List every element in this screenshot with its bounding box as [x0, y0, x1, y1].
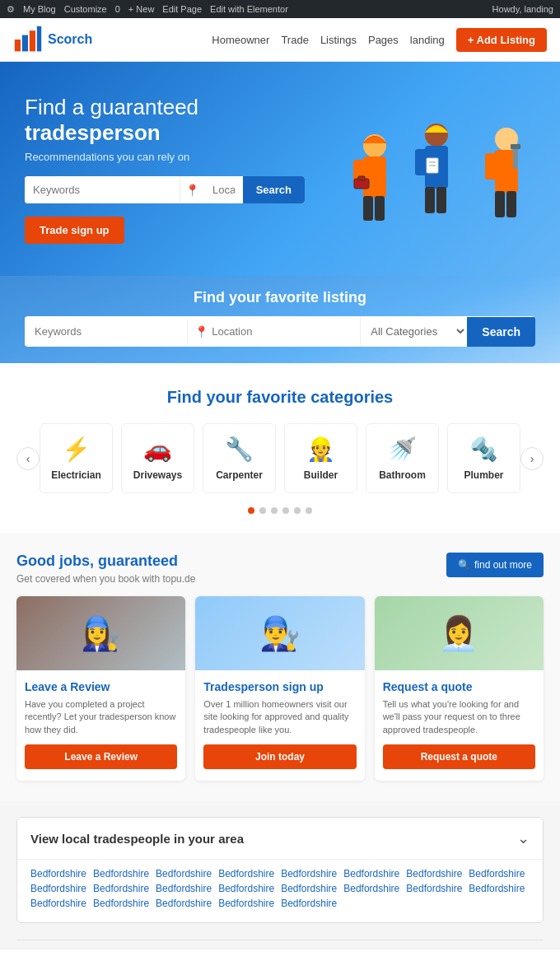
location-link[interactable]: Bedfordshire — [156, 883, 212, 894]
hero-heading-line1: Find a guaranteed — [25, 95, 198, 119]
location-link[interactable]: Bedfordshire — [469, 883, 525, 894]
svg-rect-23 — [485, 153, 497, 180]
location-link[interactable]: Bedfordshire — [218, 868, 274, 879]
location-link[interactable]: Bedfordshire — [93, 883, 149, 894]
category-label: Builder — [293, 469, 348, 481]
category-card-builder[interactable]: 👷Builder — [284, 423, 357, 493]
admin-wp-icon: ⚙ — [7, 4, 15, 15]
slider-dot-0[interactable] — [248, 507, 254, 514]
action-card-image-quote: 👩‍💼 — [375, 596, 544, 670]
slider-next-button[interactable]: › — [520, 447, 544, 470]
location-link[interactable]: Bedfordshire — [406, 883, 462, 894]
category-icon: 🔧 — [212, 436, 267, 463]
slider-dot-2[interactable] — [271, 507, 278, 514]
action-card-img-placeholder: 👩‍💼 — [375, 596, 544, 670]
logo[interactable]: Scorch — [13, 25, 92, 54]
chevron-up-icon: ⌄ — [517, 829, 530, 847]
slider-dot-4[interactable] — [294, 507, 301, 514]
location-link[interactable]: Bedfordshire — [406, 868, 462, 879]
admin-new[interactable]: + New — [128, 4, 155, 14]
hero-content: Find a guaranteed tradesperson Recommend… — [25, 95, 305, 244]
location-link[interactable]: Bedfordshire — [281, 898, 337, 909]
location-link[interactable]: Bedfordshire — [281, 868, 337, 879]
category-card-driveways[interactable]: 🚗Driveways — [121, 423, 194, 493]
slider-dots — [16, 503, 544, 516]
location-link[interactable]: Bedfordshire — [30, 898, 86, 909]
location-links: BedfordshireBedfordshireBedfordshireBedf… — [30, 868, 530, 909]
action-card-button-quote[interactable]: Request a quote — [383, 744, 535, 769]
categories-heading: Find your favorite categories — [16, 388, 544, 407]
nav-listings[interactable]: Listings — [320, 34, 357, 46]
admin-customize[interactable]: Customize — [64, 4, 107, 14]
nav-pages[interactable]: Pages — [368, 34, 399, 46]
slider-dot-3[interactable] — [282, 507, 289, 514]
category-card-electrician[interactable]: ⚡Electrician — [40, 423, 113, 493]
categories-section: Find your favorite categories ‹ ⚡Electri… — [0, 363, 560, 533]
guarantee-section: Good jobs, guaranteed Get covered when y… — [0, 533, 560, 800]
action-card-button-signup[interactable]: Join today — [203, 744, 356, 769]
slider-dot-1[interactable] — [259, 507, 266, 514]
bottom-search-bar: 📍 All Categories Search — [25, 316, 535, 347]
guarantee-header: Good jobs, guaranteed Get covered when y… — [16, 553, 544, 585]
admin-edit-elementor[interactable]: Edit with Elementor — [210, 4, 288, 14]
bottom-search-button[interactable]: Search — [467, 317, 535, 347]
bottom-category-select[interactable]: All Categories — [360, 316, 467, 347]
location-link[interactable]: Bedfordshire — [30, 868, 86, 879]
location-link[interactable]: Bedfordshire — [218, 883, 274, 894]
svg-rect-7 — [375, 160, 386, 184]
hero-keywords-input[interactable] — [25, 176, 180, 203]
location-link[interactable]: Bedfordshire — [343, 868, 399, 879]
action-card-desc: Over 1 million homeowners visit our site… — [203, 698, 356, 736]
svg-rect-26 — [506, 191, 516, 217]
action-card-desc: Have you completed a project recently? L… — [25, 698, 177, 736]
hero-search-button[interactable]: Search — [243, 176, 305, 203]
bottom-location-input[interactable] — [208, 317, 353, 346]
location-link[interactable]: Bedfordshire — [156, 898, 212, 909]
location-link[interactable]: Bedfordshire — [156, 868, 212, 879]
location-link[interactable]: Bedfordshire — [218, 898, 274, 909]
bottom-keywords-input[interactable] — [25, 317, 187, 346]
location-link[interactable]: Bedfordshire — [281, 883, 337, 894]
admin-comments[interactable]: 0 — [115, 4, 120, 14]
local-header[interactable]: View local tradespeople in your area ⌄ — [17, 818, 543, 859]
svg-rect-3 — [37, 26, 41, 52]
location-link[interactable]: Bedfordshire — [93, 868, 149, 879]
add-listing-button[interactable]: + Add Listing — [456, 28, 547, 52]
location-link[interactable]: Bedfordshire — [30, 883, 86, 894]
slider-dot-5[interactable] — [306, 507, 312, 514]
location-link[interactable]: Bedfordshire — [343, 883, 399, 894]
category-label: Bathroom — [375, 469, 430, 481]
action-card-body-signup: Tradesperson sign up Over 1 million home… — [195, 670, 364, 781]
nav-homeowner[interactable]: Homeowner — [212, 34, 269, 46]
action-card-signup: 👨‍🔧 Tradesperson sign up Over 1 million … — [195, 596, 364, 781]
admin-bar: ⚙ My Blog Customize 0 + New Edit Page Ed… — [0, 0, 560, 18]
nav-landing[interactable]: landing — [410, 34, 445, 46]
svg-rect-0 — [15, 40, 21, 51]
category-card-carpenter[interactable]: 🔧Carpenter — [203, 423, 276, 493]
svg-rect-9 — [375, 196, 385, 221]
svg-rect-25 — [495, 191, 505, 217]
action-card-title: Request a quote — [383, 680, 535, 693]
location-link[interactable]: Bedfordshire — [469, 868, 525, 879]
find-out-label: find out more — [474, 559, 532, 571]
hero-location-input[interactable] — [204, 176, 243, 203]
action-card-button-review[interactable]: Leave a Review — [25, 744, 177, 769]
trade-signup-button[interactable]: Trade sign up — [25, 217, 124, 244]
action-card-img-placeholder: 👨‍🔧 — [195, 596, 364, 670]
category-label: Electrician — [49, 469, 104, 481]
svg-rect-27 — [513, 146, 518, 169]
admin-myblog[interactable]: My Blog — [23, 4, 56, 14]
admin-edit-page[interactable]: Edit Page — [162, 4, 202, 14]
nav-trade[interactable]: Trade — [281, 34, 308, 46]
footer-links: ElectricianRooferGardenerPainterLandscap… — [0, 949, 560, 961]
action-card-review: 👩‍🔧 Leave a Review Have you completed a … — [16, 596, 185, 781]
slider-prev-button[interactable]: ‹ — [16, 447, 40, 470]
location-link[interactable]: Bedfordshire — [93, 898, 149, 909]
section-divider — [16, 940, 544, 940]
brand-name: Scorch — [48, 32, 92, 47]
find-out-more-button[interactable]: 🔍 find out more — [446, 553, 544, 577]
category-card-plumber[interactable]: 🔩Plumber — [447, 423, 520, 493]
svg-rect-1 — [22, 35, 28, 52]
category-card-bathroom[interactable]: 🚿Bathroom — [366, 423, 439, 493]
action-card-desc: Tell us what you're looking for and we'l… — [383, 698, 535, 736]
